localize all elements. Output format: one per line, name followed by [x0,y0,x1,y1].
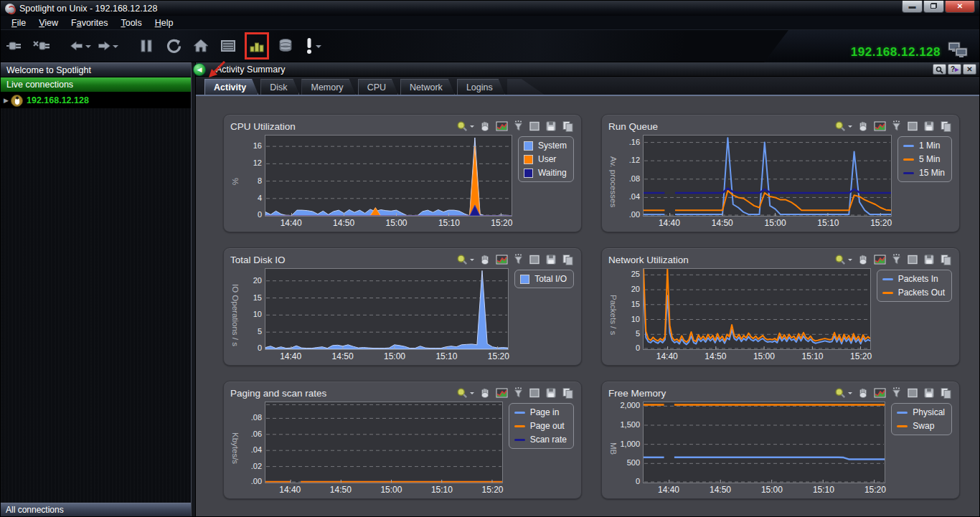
close-view-button[interactable]: ✕ [963,64,976,75]
plot-area[interactable] [643,135,892,217]
filter-icon[interactable] [513,120,524,132]
filter-icon[interactable] [891,387,902,399]
tab-bar-slant [507,79,545,95]
pan-hand-icon[interactable] [857,254,869,265]
menu-item-favorites[interactable]: Favorites [65,16,114,29]
pan-hand-icon[interactable] [479,120,491,132]
tab-memory[interactable]: Memory [301,79,355,95]
save-icon[interactable] [923,254,935,265]
tab-activity[interactable]: Activity [204,79,258,95]
y-axis-ticks: 05001,0001,5002,000 [618,402,643,483]
frame-icon[interactable] [529,387,540,399]
frame-icon[interactable] [907,120,918,132]
menu-bar: FileViewFavoritesToolsHelp [1,16,979,30]
chart-toolbar [834,120,952,132]
chart-type-icon[interactable] [496,120,508,132]
tab-network[interactable]: Network [400,79,455,95]
frame-icon[interactable] [529,120,540,132]
save-icon[interactable] [545,387,557,399]
plot-area[interactable] [265,135,512,217]
collapse-sidebar-button[interactable]: ◀ [193,63,206,76]
all-connections-bar[interactable]: All connections [1,503,191,516]
copy-icon[interactable] [562,387,574,399]
plot-area[interactable] [265,402,503,483]
copy-icon[interactable] [562,254,574,265]
save-icon[interactable] [545,254,557,265]
tab-logins[interactable]: Logins [457,79,505,95]
filter-icon[interactable] [513,387,524,399]
sidebar-item-welcome[interactable]: Welcome to Spotlight [1,62,191,77]
copy-icon[interactable] [562,120,574,132]
connect-icon[interactable] [4,34,25,57]
chart-toolbar [456,120,574,132]
sidebar-connection-label: 192.168.12.128 [27,95,89,105]
chart-type-icon[interactable] [874,254,886,265]
details-icon[interactable] [217,34,239,57]
sidebar-item-live-connections[interactable]: Live connections [1,77,191,93]
charts-grid: CPU Utilization [196,96,979,516]
save-icon[interactable] [545,120,557,132]
pan-hand-icon[interactable] [479,254,491,265]
zoom-icon[interactable] [456,254,474,265]
tab-cpu[interactable]: CPU [358,79,398,95]
menu-item-view[interactable]: View [32,16,65,29]
alarms-icon[interactable] [302,34,324,57]
help-button[interactable]: ?▸ [948,64,961,75]
plot-area[interactable] [265,268,509,350]
expand-caret-icon[interactable]: ▶ [4,97,11,104]
chart-panel: Paging and scan rates [223,381,582,499]
pan-hand-icon[interactable] [857,387,869,399]
chart-icon[interactable] [245,32,269,60]
chart-type-icon[interactable] [496,387,508,399]
refresh-icon[interactable] [163,34,184,57]
close-button[interactable]: ✕ [945,1,975,13]
filter-icon[interactable] [891,254,902,265]
y-axis-label: Kbytes/s [230,402,240,495]
zoom-icon[interactable] [834,120,852,132]
copy-icon[interactable] [940,254,952,265]
disconnect-icon[interactable] [31,34,52,57]
menu-item-help[interactable]: Help [149,16,180,29]
save-icon[interactable] [923,120,935,132]
restore-button[interactable] [923,1,944,13]
minimize-button[interactable]: ▬ [902,1,923,13]
back-icon[interactable] [70,34,91,57]
save-icon[interactable] [923,387,935,399]
filter-icon[interactable] [891,120,902,132]
filter-icon[interactable] [513,254,524,265]
plot-area[interactable] [643,268,871,350]
tab-disk[interactable]: Disk [260,79,299,95]
zoom-view-button[interactable] [933,64,946,75]
zoom-icon[interactable] [456,120,474,132]
zoom-icon[interactable] [834,387,852,399]
sidebar-splitter[interactable] [191,62,196,516]
sidebar-connection-row[interactable]: ▶ 192.168.12.128 [1,93,191,108]
pause-icon[interactable] [136,34,157,57]
frame-icon[interactable] [907,254,918,265]
menu-item-tools[interactable]: Tools [114,16,148,29]
zoom-icon[interactable] [456,387,474,399]
forward-icon[interactable] [97,34,118,57]
chart-type-icon[interactable] [874,387,886,399]
app-window: Spotlight on Unix - 192.168.12.128 ▬ ✕ F… [0,0,980,517]
chart-type-icon[interactable] [874,120,886,132]
activity-summary-header: ◀ Activity Summary ?▸ ✕ [196,62,979,77]
y-axis-label: MB [608,402,618,495]
main-panel: ◀ Activity Summary ?▸ ✕ ActivityDiskMemo… [196,62,979,516]
chart-legend: 1 Min5 Min15 Min [897,136,952,182]
linux-host-icon [11,95,23,107]
databases-icon[interactable] [275,34,296,57]
copy-icon[interactable] [940,120,952,132]
pan-hand-icon[interactable] [479,387,491,399]
frame-icon[interactable] [907,387,918,399]
chart-title: Paging and scan rates [230,388,456,399]
chart-toolbar [456,254,574,265]
chart-type-icon[interactable] [496,254,508,265]
zoom-icon[interactable] [834,254,852,265]
pan-hand-icon[interactable] [857,120,869,132]
menu-item-file[interactable]: File [5,16,32,29]
copy-icon[interactable] [940,387,952,399]
frame-icon[interactable] [529,254,540,265]
home-icon[interactable] [190,34,212,57]
plot-area[interactable] [643,402,885,483]
